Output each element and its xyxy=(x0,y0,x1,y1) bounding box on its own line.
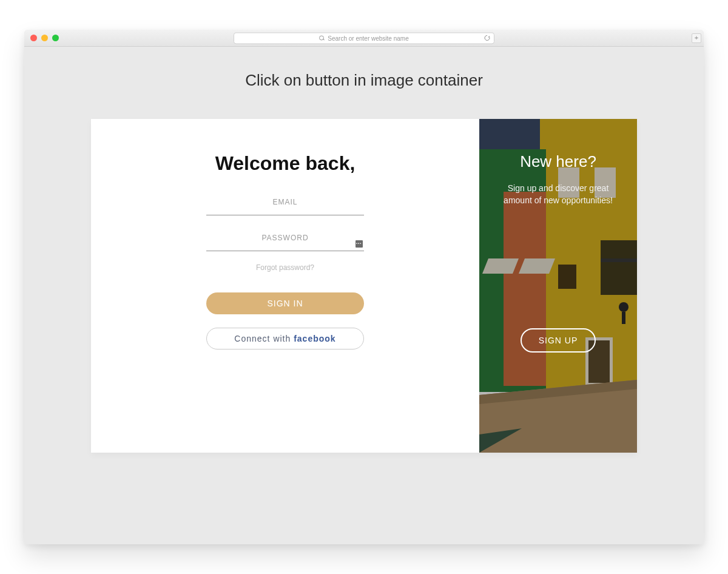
new-tab-button[interactable]: + xyxy=(692,33,701,43)
close-window-icon[interactable] xyxy=(30,35,37,41)
password-field[interactable]: PASSWORD xyxy=(206,234,364,251)
browser-window: Search or enter website name + Click on … xyxy=(24,30,704,544)
email-underline xyxy=(206,215,364,215)
welcome-title: Welcome back, xyxy=(127,152,443,175)
password-label: PASSWORD xyxy=(206,234,364,242)
page-viewport: Click on button in image container Welco… xyxy=(24,47,704,544)
password-underline xyxy=(206,251,364,251)
address-bar[interactable]: Search or enter website name xyxy=(234,32,494,44)
email-field[interactable]: EMAIL xyxy=(206,198,364,215)
login-card: Welcome back, EMAIL PASSWORD Forgot pass… xyxy=(91,119,637,453)
password-reveal-icon[interactable] xyxy=(356,240,363,248)
address-placeholder: Search or enter website name xyxy=(328,35,408,41)
window-controls xyxy=(30,35,59,41)
promo-title: New here? xyxy=(493,152,624,171)
sign-in-button[interactable]: SIGN IN xyxy=(206,292,364,314)
maximize-window-icon[interactable] xyxy=(52,35,59,41)
login-form-panel: Welcome back, EMAIL PASSWORD Forgot pass… xyxy=(91,119,479,453)
browser-titlebar: Search or enter website name + xyxy=(24,30,704,47)
promo-subtitle: Sign up and discover great amount of new… xyxy=(493,182,624,207)
page-heading: Click on button in image container xyxy=(24,47,704,119)
signup-promo-panel: New here? Sign up and discover great amo… xyxy=(479,119,637,453)
email-label: EMAIL xyxy=(206,198,364,206)
sign-up-button[interactable]: SIGN UP xyxy=(521,328,596,353)
forgot-password-link[interactable]: Forgot password? xyxy=(127,263,443,272)
connect-prefix: Connect with xyxy=(234,334,294,343)
address-bar-wrap: Search or enter website name xyxy=(234,32,494,44)
connect-facebook-button[interactable]: Connect with facebook xyxy=(206,328,364,349)
search-icon xyxy=(319,35,325,41)
connect-brand: facebook xyxy=(294,334,335,343)
minimize-window-icon[interactable] xyxy=(41,35,48,41)
reload-icon[interactable] xyxy=(484,35,490,41)
